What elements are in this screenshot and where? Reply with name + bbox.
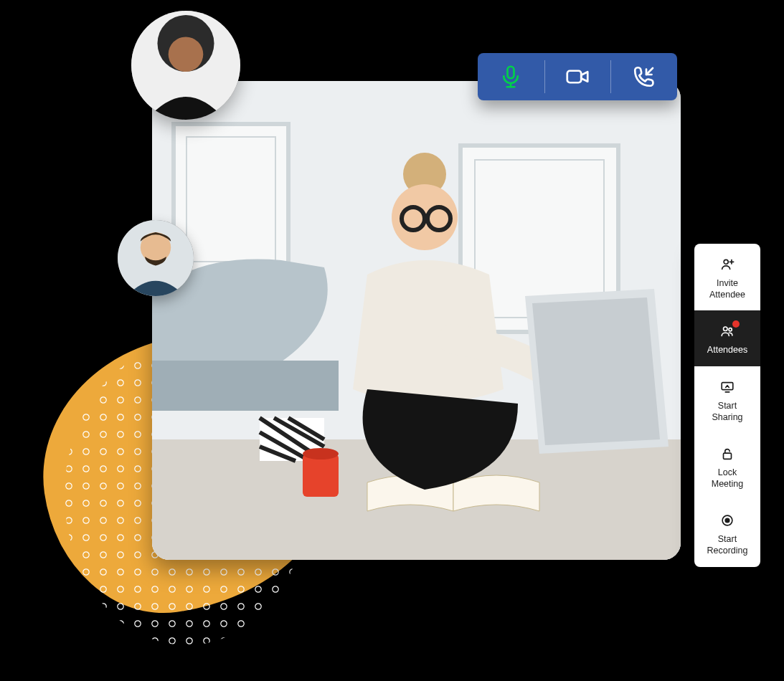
svg-point-36 [725,519,729,523]
main-participant-video [152,81,681,560]
participant-avatar-2 [118,220,194,296]
camera-button[interactable] [544,53,611,100]
sidebar-item-start-recording[interactable]: Start Recording [694,500,760,566]
camera-icon [565,64,590,90]
record-icon [719,513,735,528]
meeting-sidebar: Invite Attendee Attendees Start Sharing [694,244,760,567]
svg-point-31 [729,328,732,331]
svg-rect-26 [567,71,582,83]
sidebar-item-label: Start Recording [707,534,748,556]
participant-avatar-1 [131,11,240,120]
svg-point-27 [724,259,728,264]
svg-point-30 [724,327,728,331]
svg-point-20 [169,37,204,72]
call-controls-bar [478,53,677,100]
share-screen-icon [719,379,735,395]
svg-rect-34 [724,453,732,459]
incoming-call-button[interactable] [610,53,677,100]
sidebar-item-invite-attendee[interactable]: Invite Attendee [694,244,760,310]
sidebar-item-start-sharing[interactable]: Start Sharing [694,366,760,433]
attendees-icon [719,323,735,339]
svg-point-12 [303,448,339,459]
svg-rect-23 [508,67,514,79]
svg-rect-9 [152,361,339,411]
sidebar-item-label: Start Sharing [712,401,742,423]
sidebar-item-lock-meeting[interactable]: Lock Meeting [694,433,760,500]
sidebar-item-label: Lock Meeting [712,467,743,490]
incoming-call-icon [631,64,657,90]
sidebar-item-attendees[interactable]: Attendees [694,310,760,366]
notification-dot [732,320,740,328]
mic-icon [498,64,524,90]
mic-button[interactable] [478,53,544,100]
lock-icon [719,446,735,462]
sidebar-item-label: Attendees [707,345,747,356]
invite-attendee-icon [719,257,735,272]
sidebar-item-label: Invite Attendee [709,278,745,300]
svg-rect-11 [303,454,339,497]
